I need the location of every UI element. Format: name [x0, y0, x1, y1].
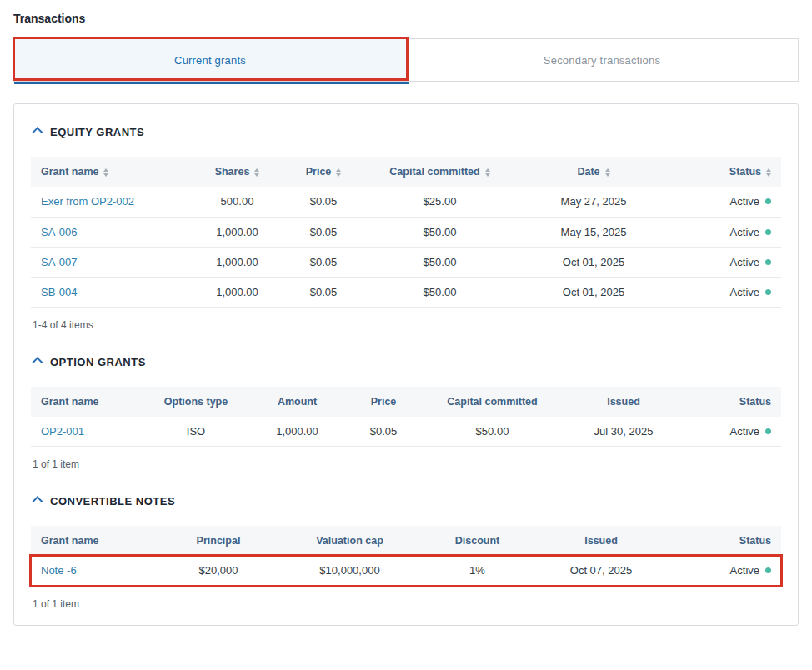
- grant-name-link[interactable]: SA-006: [41, 226, 77, 238]
- sort-down-arrow: [605, 173, 610, 177]
- column-header-issued: Issued: [534, 526, 669, 556]
- data-cell: $0.05: [286, 277, 361, 307]
- data-cell: Jul 30, 2025: [564, 417, 684, 447]
- column-header-label: Status: [739, 396, 771, 408]
- column-header-label: Price: [306, 166, 332, 178]
- transactions-card: EQUITY GRANTSGrant nameSharesPriceCapita…: [13, 103, 799, 626]
- column-header-grant-name: Grant name: [31, 526, 158, 556]
- column-header-discount: Discount: [421, 526, 534, 556]
- data-cell: May 15, 2025: [519, 217, 669, 247]
- column-header-label: Status: [729, 166, 761, 178]
- tabs: Current grantsSecondary transactions: [13, 38, 799, 82]
- status-cell: Active: [684, 417, 781, 447]
- column-header-date[interactable]: Date: [519, 157, 669, 187]
- section-toggle-option-grants[interactable]: OPTION GRANTS: [33, 356, 779, 368]
- data-cell: $0.05: [346, 417, 421, 447]
- status-dot: [765, 198, 771, 204]
- data-cell: $0.05: [286, 247, 361, 277]
- column-header-shares[interactable]: Shares: [188, 157, 286, 187]
- sort-up-arrow: [103, 168, 108, 172]
- data-cell: $20,000: [158, 556, 278, 586]
- column-header-label: Grant name: [41, 535, 98, 547]
- section-title: EQUITY GRANTS: [50, 126, 144, 138]
- tab-current-grants[interactable]: Current grants: [14, 39, 406, 81]
- column-header-label: Status: [739, 535, 771, 547]
- table-row: OP2-001ISO1,000.00$0.05$50.00Jul 30, 202…: [31, 417, 781, 447]
- sort-up-arrow: [485, 168, 490, 172]
- chevron-up-icon: [33, 496, 43, 507]
- column-header-capital-committed: Capital committed: [421, 387, 564, 417]
- grant-name-link[interactable]: OP2-001: [41, 425, 84, 438]
- grant-name-link[interactable]: SB-004: [41, 286, 77, 298]
- column-header-label: Issued: [584, 535, 618, 547]
- grant-name-cell: SA-006: [31, 217, 188, 247]
- table-wrap-equity-grants: Grant nameSharesPriceCapital committedDa…: [31, 157, 781, 308]
- status-label: Active: [730, 564, 759, 577]
- chevron-up-icon: [33, 127, 43, 138]
- sort-up-arrow: [766, 168, 771, 172]
- column-header-label: Date: [577, 166, 599, 178]
- status-dot: [765, 289, 771, 295]
- status-cell: Active: [669, 277, 781, 307]
- column-header-options-type: Options type: [143, 387, 248, 417]
- sort-icon[interactable]: [336, 168, 341, 177]
- column-header-status[interactable]: Status: [669, 157, 781, 187]
- grant-name-cell: Exer from OP2-002: [31, 187, 188, 217]
- column-header-label: Capital committed: [389, 166, 479, 178]
- data-cell: Oct 01, 2025: [519, 247, 669, 277]
- data-cell: $0.05: [286, 187, 361, 217]
- pagination-summary: 1 of 1 item: [33, 458, 779, 470]
- status-label: Active: [730, 425, 759, 438]
- chevron-up-icon: [33, 357, 43, 368]
- column-header-valuation-cap: Valuation cap: [278, 526, 421, 556]
- grant-name-link[interactable]: Exer from OP2-002: [41, 195, 134, 208]
- section-toggle-convertible-notes[interactable]: CONVERTIBLE NOTES: [33, 495, 779, 508]
- column-header-label: Grant name: [41, 396, 98, 408]
- column-header-label: Grant name: [41, 166, 98, 178]
- data-cell: $25.00: [361, 187, 519, 217]
- status-cell: Active: [669, 187, 781, 217]
- active-tab-underline: [14, 82, 409, 84]
- status-dot: [765, 229, 771, 235]
- data-cell: 500.00: [188, 187, 286, 217]
- data-cell: $50.00: [421, 417, 564, 447]
- column-header-issued: Issued: [564, 387, 684, 417]
- table-row: Note -6$20,000$10,000,0001%Oct 07, 2025A…: [31, 556, 781, 586]
- sort-icon[interactable]: [103, 168, 108, 177]
- sort-icon[interactable]: [485, 168, 490, 177]
- sort-icon[interactable]: [254, 168, 259, 177]
- pagination-summary: 1 of 1 item: [33, 598, 779, 610]
- data-cell: ISO: [143, 417, 248, 447]
- column-header-amount: Amount: [248, 387, 346, 417]
- table-wrap-convertible-notes: Grant namePrincipalValuation capDiscount…: [31, 526, 781, 587]
- sort-down-arrow: [336, 173, 341, 177]
- pagination-summary: 1-4 of 4 items: [33, 319, 779, 331]
- sort-icon[interactable]: [605, 168, 610, 177]
- table-row: SA-0061,000.00$0.05$50.00May 15, 2025Act…: [31, 217, 781, 247]
- column-header-capital-committed[interactable]: Capital committed: [361, 157, 519, 187]
- column-header-grant-name: Grant name: [31, 387, 143, 417]
- grant-name-link[interactable]: SA-007: [41, 256, 77, 268]
- column-header-label: Shares: [215, 166, 250, 178]
- data-cell: Oct 01, 2025: [519, 277, 669, 307]
- sort-icon[interactable]: [766, 168, 771, 177]
- sort-down-arrow: [103, 173, 108, 177]
- column-header-grant-name[interactable]: Grant name: [31, 157, 188, 187]
- status-label: Active: [730, 286, 759, 298]
- status-label: Active: [730, 195, 759, 208]
- table-convertible-notes: Grant namePrincipalValuation capDiscount…: [31, 526, 781, 587]
- data-cell: 1,000.00: [188, 247, 286, 277]
- grant-name-link[interactable]: Note -6: [41, 564, 77, 577]
- column-header-label: Valuation cap: [316, 535, 383, 547]
- status-cell: Active: [669, 247, 781, 277]
- table-row: Exer from OP2-002500.00$0.05$25.00May 27…: [31, 187, 781, 217]
- status-dot: [765, 568, 771, 573]
- tab-secondary-transactions[interactable]: Secondary transactions: [406, 39, 798, 81]
- section-toggle-equity-grants[interactable]: EQUITY GRANTS: [33, 126, 779, 138]
- column-header-label: Price: [371, 396, 397, 408]
- column-header-price[interactable]: Price: [286, 157, 361, 187]
- column-header-label: Issued: [607, 396, 640, 408]
- section-title: CONVERTIBLE NOTES: [50, 495, 175, 508]
- column-header-label: Options type: [164, 396, 228, 408]
- grant-name-cell: OP2-001: [31, 417, 143, 447]
